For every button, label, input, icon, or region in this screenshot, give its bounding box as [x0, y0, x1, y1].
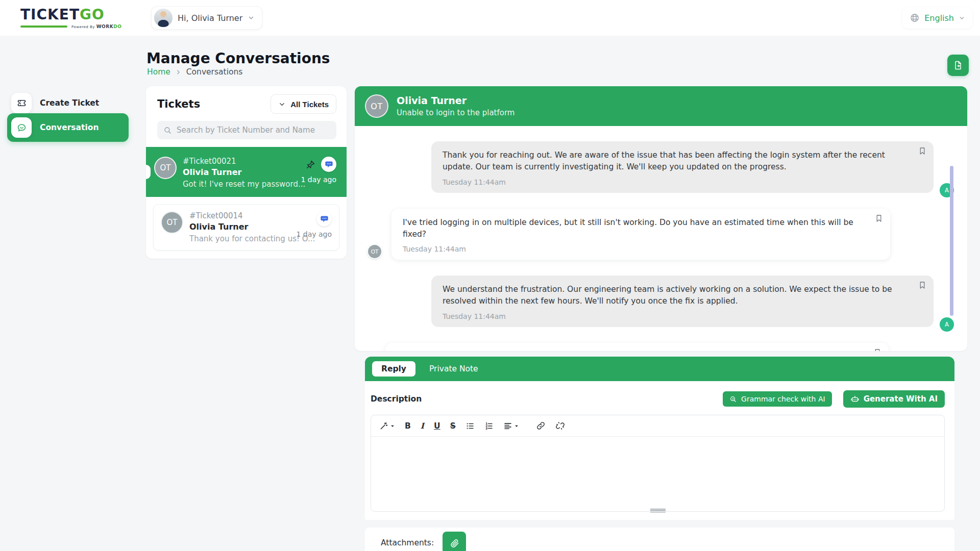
ticket-time: 1 day ago — [296, 230, 332, 238]
magic-wand-icon — [379, 421, 388, 431]
ordered-list-button[interactable]: 123 — [484, 421, 494, 431]
link-icon — [536, 421, 546, 431]
message-text: I've tried logging in on multiple device… — [403, 217, 866, 241]
paperclip-icon — [450, 538, 459, 548]
conversation-customer-name: Olivia Turner — [397, 95, 514, 106]
bullet-list-button[interactable] — [465, 421, 475, 431]
generate-ai-button[interactable]: Generate With AI — [843, 390, 945, 408]
chat-dots-icon — [320, 214, 329, 224]
message-row-customer: OT I've tried logging in on multiple dev… — [355, 209, 967, 260]
ticket-list-item-selected[interactable]: OT #Ticket00021 Olivia Turner Got it! I'… — [146, 147, 347, 197]
powered-by-text: Powered By WORKDO — [71, 24, 121, 29]
ticket-message-preview: Got it! I've reset my password... — [183, 180, 295, 189]
unlink-button[interactable] — [555, 421, 565, 431]
message-row-agent: We understand the frustration. Our engin… — [355, 276, 967, 327]
logo-underline — [20, 26, 67, 28]
unlink-icon — [555, 421, 565, 431]
bold-button[interactable]: B — [405, 421, 411, 431]
editor-toolbar: B I U S 123 — [371, 415, 944, 437]
description-label: Description — [371, 394, 422, 404]
chat-dots-icon — [324, 160, 334, 169]
editor-content[interactable] — [371, 437, 944, 511]
message-time: Tuesday 11:44am — [443, 312, 909, 320]
chevron-right-icon — [175, 69, 182, 76]
app-logo[interactable]: TICKETGO Powered By WORKDO — [20, 6, 122, 29]
reply-tab-bar: Reply Private Note — [365, 357, 954, 381]
message-text: We understand the frustration. Our engin… — [443, 284, 909, 308]
language-selector[interactable]: English — [902, 7, 972, 29]
bookmark-icon[interactable] — [918, 281, 927, 290]
top-header: TICKETGO Powered By WORKDO Hi, Olivia Tu… — [0, 0, 980, 36]
underline-button[interactable]: U — [434, 421, 440, 431]
bookmark-icon[interactable] — [874, 214, 884, 223]
strikethrough-button[interactable]: S — [450, 421, 456, 431]
selected-ticket-notch — [146, 165, 151, 179]
message-bubble: We understand the frustration. Our engin… — [431, 276, 934, 327]
message-text: Thank you for reaching out. We are aware… — [443, 149, 909, 173]
profile-menu[interactable]: Hi, Olivia Turner — [151, 6, 262, 30]
sidebar-item-create-ticket[interactable]: Create Ticket — [7, 91, 129, 115]
ticket-avatar: OT — [154, 157, 177, 179]
message-time: Tuesday 11:44am — [403, 245, 866, 253]
bookmark-icon[interactable] — [918, 146, 927, 156]
align-dropdown[interactable] — [503, 421, 519, 431]
conversation-subject: Unable to login to the platform — [397, 108, 514, 117]
export-button[interactable] — [947, 55, 969, 76]
link-button[interactable] — [536, 421, 546, 431]
grammar-check-icon — [729, 395, 737, 403]
svg-text:3: 3 — [485, 427, 487, 430]
pin-icon[interactable] — [306, 160, 315, 169]
ticket-list-item[interactable]: OT #Ticket00014 Olivia Turner Thank you … — [153, 204, 339, 251]
robot-icon — [850, 394, 860, 404]
sidebar-item-label: Conversation — [40, 123, 99, 132]
sidebar-item-conversation[interactable]: Conversation — [7, 113, 129, 142]
tickets-panel: Tickets All Tickets OT #Ticket00021 Oliv… — [146, 86, 347, 259]
chevron-down-icon — [514, 423, 519, 429]
editor-resize-handle[interactable] — [650, 509, 666, 513]
tickets-panel-title: Tickets — [157, 98, 200, 110]
agent-avatar: A — [940, 317, 954, 332]
ai-wand-dropdown[interactable] — [379, 421, 395, 431]
reply-body: Description Grammar check with AI Genera… — [365, 381, 954, 520]
ticket-customer-name: Olivia Turner — [189, 222, 290, 232]
message-bubble: Thank you for reaching out. We are aware… — [431, 141, 934, 193]
logo-text: TICKETGO — [20, 6, 122, 23]
breadcrumb: Home Conversations — [147, 67, 242, 77]
ticket-filter-dropdown[interactable]: All Tickets — [271, 94, 336, 114]
rich-text-editor: B I U S 123 — [371, 415, 945, 512]
ticket-number: #Ticket00021 — [183, 157, 295, 166]
file-export-icon — [953, 60, 963, 70]
breadcrumb-home-link[interactable]: Home — [147, 67, 170, 77]
language-label: English — [924, 13, 954, 23]
generate-ai-label: Generate With AI — [864, 394, 938, 404]
reply-panel: Reply Private Note Description Grammar c… — [365, 357, 954, 551]
chevron-down-icon — [390, 423, 395, 429]
attachments-bar: Attachments: — [365, 528, 954, 551]
grammar-check-label: Grammar check with AI — [741, 395, 825, 403]
messages-area: Thank you for reaching out. We are aware… — [355, 126, 967, 351]
bookmark-icon[interactable] — [873, 348, 882, 352]
attachments-label: Attachments: — [381, 538, 434, 547]
page-title: Manage Conversations — [146, 50, 330, 67]
message-row-agent: Thank you for reaching out. We are aware… — [355, 141, 967, 193]
breadcrumb-current: Conversations — [186, 67, 243, 77]
ticket-message-preview: Thank you for contacting us! O... — [189, 234, 290, 243]
messages-scrollbar[interactable] — [950, 166, 953, 316]
message-bubble-partial — [385, 343, 889, 352]
chevron-down-icon — [959, 15, 965, 21]
align-icon — [503, 421, 512, 431]
chevron-down-icon — [278, 101, 286, 108]
message-indicator-icon — [316, 211, 332, 227]
conversation-header: OT Olivia Turner Unable to login to the … — [355, 86, 967, 126]
chat-bubble-icon — [11, 117, 32, 138]
grammar-check-button[interactable]: Grammar check with AI — [723, 391, 832, 407]
greeting-text: Hi, Olivia Turner — [178, 13, 242, 23]
attach-file-button[interactable] — [443, 532, 466, 551]
tab-private-note[interactable]: Private Note — [429, 364, 478, 373]
message-bubble: I've tried logging in on multiple device… — [391, 209, 890, 260]
italic-button[interactable]: I — [421, 421, 424, 431]
conversation-panel: OT Olivia Turner Unable to login to the … — [355, 86, 967, 351]
search-input[interactable] — [177, 126, 330, 135]
tab-reply[interactable]: Reply — [372, 361, 415, 377]
user-avatar — [154, 9, 173, 27]
